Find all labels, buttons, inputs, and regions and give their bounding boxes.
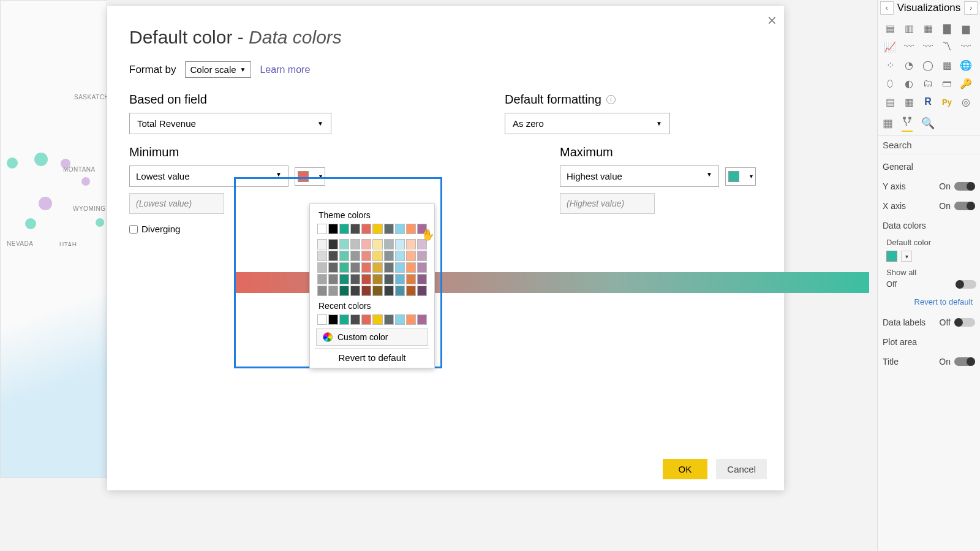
color-swatch[interactable]	[361, 314, 371, 325]
cancel-button[interactable]: Cancel	[716, 459, 767, 479]
y-axis-section[interactable]: Y axis On	[881, 177, 976, 196]
color-swatch[interactable]	[417, 274, 427, 284]
map-icon[interactable]: 🌐	[959, 58, 973, 72]
color-swatch[interactable]	[361, 239, 371, 249]
line-column-icon[interactable]: 〽	[940, 39, 954, 54]
color-swatch[interactable]	[384, 314, 394, 325]
color-swatch[interactable]	[328, 239, 338, 249]
color-swatch[interactable]	[317, 314, 327, 325]
color-swatch[interactable]	[328, 286, 338, 296]
donut-icon[interactable]: ◯	[921, 58, 935, 72]
multi-card-icon[interactable]: 🗃	[940, 76, 954, 91]
stacked-bar-icon[interactable]: ▤	[883, 21, 897, 36]
area-icon[interactable]: 〰	[902, 39, 916, 54]
color-swatch[interactable]	[328, 262, 338, 273]
color-swatch[interactable]	[384, 239, 394, 249]
color-swatch[interactable]	[339, 286, 349, 296]
color-swatch[interactable]	[395, 314, 405, 325]
x-axis-toggle[interactable]	[954, 202, 975, 210]
y-axis-toggle[interactable]	[954, 182, 975, 191]
clustered-bar-icon[interactable]: ▥	[902, 21, 916, 36]
default-formatting-select[interactable]: As zero ▼	[505, 113, 670, 134]
x-axis-section[interactable]: X axis On	[881, 196, 976, 216]
expand-pane-icon[interactable]: ›	[964, 1, 978, 15]
color-swatch[interactable]	[406, 262, 416, 273]
color-swatch[interactable]	[406, 314, 416, 325]
based-on-field-select[interactable]: Total Revenue ▼	[129, 113, 331, 134]
ok-button[interactable]: OK	[663, 459, 708, 479]
revert-to-default-option[interactable]: Revert to default	[315, 348, 429, 367]
color-swatch[interactable]	[372, 224, 382, 234]
color-swatch[interactable]	[406, 239, 416, 249]
custom-color-button[interactable]: Custom color	[316, 329, 428, 346]
data-labels-section[interactable]: Data labels Off	[881, 313, 976, 332]
color-swatch[interactable]	[406, 251, 416, 261]
color-swatch[interactable]	[384, 251, 394, 261]
color-swatch[interactable]	[317, 251, 327, 261]
color-swatch[interactable]	[406, 224, 416, 234]
info-icon[interactable]: i	[606, 95, 616, 104]
color-swatch[interactable]	[395, 274, 405, 284]
color-swatch[interactable]	[361, 274, 371, 284]
color-swatch[interactable]	[328, 314, 338, 325]
learn-more-link[interactable]: Learn more	[260, 64, 310, 75]
stacked-column-icon[interactable]: ▇	[940, 21, 954, 36]
close-icon[interactable]: ×	[767, 12, 777, 28]
color-swatch[interactable]	[339, 239, 349, 249]
color-swatch[interactable]	[350, 251, 360, 261]
color-swatch[interactable]	[406, 286, 416, 296]
minimum-value-input[interactable]: (Lowest value)	[129, 193, 224, 214]
color-swatch[interactable]	[339, 224, 349, 234]
color-swatch[interactable]	[317, 274, 327, 284]
color-swatch[interactable]	[384, 224, 394, 234]
color-swatch[interactable]	[417, 314, 427, 325]
analytics-tab-icon[interactable]: 🔍	[921, 116, 935, 132]
slicer-icon[interactable]: ▢	[978, 76, 980, 91]
show-all-toggle[interactable]	[956, 280, 976, 289]
color-swatch[interactable]	[328, 274, 338, 284]
color-swatch[interactable]	[317, 262, 327, 273]
r-visual-icon[interactable]: R	[921, 94, 935, 109]
py-visual-icon[interactable]: Py	[940, 94, 954, 109]
data-colors-section[interactable]: Data colors	[881, 216, 976, 235]
color-swatch[interactable]	[372, 274, 382, 284]
more-icon[interactable]: ⋯	[978, 94, 980, 109]
100-column-icon[interactable]: █	[978, 21, 980, 36]
collapse-pane-icon[interactable]: ‹	[880, 1, 894, 15]
default-color-dropdown[interactable]: ▾	[901, 251, 912, 262]
gauge-icon[interactable]: ◐	[902, 76, 916, 91]
filled-map-icon[interactable]: 🗺	[978, 58, 980, 72]
color-swatch[interactable]	[328, 251, 338, 261]
color-swatch[interactable]	[361, 224, 371, 234]
color-swatch[interactable]	[384, 262, 394, 273]
color-swatch[interactable]	[395, 286, 405, 296]
color-swatch[interactable]	[372, 239, 382, 249]
format-by-select[interactable]: Color scale ▼	[185, 61, 252, 78]
default-color-chip[interactable]	[886, 251, 897, 262]
stacked-area-icon[interactable]: 〰	[921, 39, 935, 54]
color-swatch[interactable]	[350, 314, 360, 325]
line-icon[interactable]: 📈	[883, 39, 897, 54]
100-bar-icon[interactable]: ▦	[921, 21, 935, 36]
color-swatch[interactable]	[361, 251, 371, 261]
color-swatch[interactable]	[384, 274, 394, 284]
color-swatch[interactable]	[339, 314, 349, 325]
color-swatch[interactable]	[395, 224, 405, 234]
funnel-icon[interactable]: ⬯	[883, 76, 897, 91]
matrix-icon[interactable]: ▦	[902, 94, 916, 109]
color-swatch[interactable]	[317, 239, 327, 249]
color-swatch[interactable]	[361, 262, 371, 273]
fields-tab-icon[interactable]: ▦	[883, 116, 893, 132]
color-swatch[interactable]	[350, 239, 360, 249]
color-swatch[interactable]	[317, 286, 327, 296]
pie-icon[interactable]: ◔	[902, 58, 916, 72]
general-section[interactable]: General	[881, 157, 976, 177]
color-swatch[interactable]	[417, 251, 427, 261]
color-swatch[interactable]	[339, 274, 349, 284]
color-swatch[interactable]	[372, 251, 382, 261]
color-swatch[interactable]	[417, 286, 427, 296]
table-icon[interactable]: ▤	[883, 94, 897, 109]
color-swatch[interactable]	[372, 314, 382, 325]
color-swatch[interactable]	[350, 224, 360, 234]
color-swatch[interactable]	[350, 262, 360, 273]
